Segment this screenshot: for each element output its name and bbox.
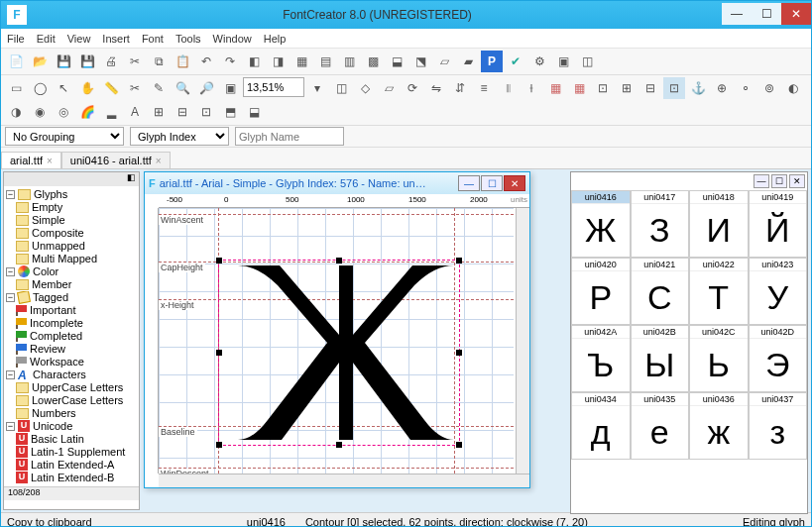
- tree-item[interactable]: Important: [30, 304, 75, 316]
- tree-item[interactable]: Workspace: [30, 356, 84, 368]
- align-icon[interactable]: ⫴: [497, 77, 519, 99]
- fit-icon[interactable]: ▣: [219, 77, 241, 99]
- glyphname-input[interactable]: [235, 127, 344, 146]
- menu-file[interactable]: File: [7, 33, 25, 45]
- scrollbar-vertical[interactable]: [516, 208, 529, 474]
- snap-icon[interactable]: ⊡: [592, 77, 614, 99]
- cut-icon[interactable]: ✂: [124, 51, 146, 72]
- measure-icon[interactable]: 📏: [100, 77, 122, 99]
- glyph-cell[interactable]: uni042DЭ: [749, 325, 808, 392]
- glyph-cell[interactable]: uni042CЬ: [689, 325, 749, 392]
- tool-icon[interactable]: ◉: [29, 101, 51, 123]
- tool-icon[interactable]: ◎: [53, 101, 74, 123]
- tab-glyph[interactable]: uni0416 - arial.ttf×: [61, 152, 171, 168]
- open-icon[interactable]: 📂: [29, 51, 51, 72]
- tree-item[interactable]: Unmapped: [32, 240, 85, 252]
- tool-icon[interactable]: ⬓: [386, 51, 407, 72]
- minimize-button[interactable]: —: [458, 175, 480, 191]
- tool-icon[interactable]: ◐: [782, 77, 804, 99]
- menu-edit[interactable]: Edit: [37, 33, 56, 45]
- copy-icon[interactable]: ⧉: [148, 51, 170, 72]
- close-icon[interactable]: ×: [47, 156, 53, 166]
- glyph-cell[interactable]: uni0420Р: [571, 258, 631, 325]
- tree-item[interactable]: Numbers: [32, 407, 76, 419]
- tree-item[interactable]: Member: [32, 278, 71, 290]
- menu-tools[interactable]: Tools: [175, 33, 201, 45]
- menu-window[interactable]: Window: [213, 33, 252, 45]
- tree-item[interactable]: Composite: [32, 227, 84, 239]
- menu-font[interactable]: Font: [142, 33, 164, 45]
- close-button[interactable]: ✕: [781, 3, 811, 25]
- tree-unicode[interactable]: Unicode: [33, 420, 72, 432]
- tool-icon[interactable]: ⚙: [528, 51, 550, 72]
- select-icon[interactable]: ◫: [330, 77, 352, 99]
- grouping-select[interactable]: No Grouping: [5, 127, 124, 146]
- grid-icon[interactable]: ▦: [544, 77, 566, 99]
- hand-icon[interactable]: ✋: [76, 77, 98, 99]
- ruler-horizontal[interactable]: -500 0 500 1000 1500 2000 units: [159, 194, 529, 208]
- menu-insert[interactable]: Insert: [102, 33, 130, 45]
- tool-icon[interactable]: ▥: [338, 51, 360, 72]
- tool-icon[interactable]: ▦: [290, 51, 312, 72]
- tool-icon[interactable]: ◫: [576, 51, 598, 72]
- glyph-cell[interactable]: uni0423У: [749, 258, 808, 325]
- maximize-button[interactable]: ☐: [752, 3, 781, 25]
- panel-icon[interactable]: ◧: [127, 172, 136, 186]
- flip-v-icon[interactable]: ⇵: [449, 77, 471, 99]
- rect-icon[interactable]: ▭: [5, 77, 27, 99]
- glyph-editor-window[interactable]: F arial.ttf - Arial - Simple - Glyph Ind…: [144, 171, 530, 488]
- tree-item[interactable]: Basic Latin: [31, 433, 84, 445]
- tool-icon[interactable]: ⬔: [409, 51, 431, 72]
- tool-icon[interactable]: ◨: [267, 51, 289, 72]
- tool-icon[interactable]: ⬒: [219, 101, 241, 123]
- glyph-cell[interactable]: uni0417З: [631, 190, 690, 258]
- tool-icon[interactable]: ▩: [362, 51, 384, 72]
- minimize-button[interactable]: —: [722, 3, 752, 25]
- scrollbar-horizontal[interactable]: [159, 474, 529, 487]
- tool-icon[interactable]: A: [124, 101, 146, 123]
- editor-body[interactable]: -500 0 500 1000 1500 2000 units WinAscen…: [145, 194, 529, 487]
- tool-icon[interactable]: ▂: [100, 101, 122, 123]
- zoom-input[interactable]: [243, 77, 304, 97]
- redo-icon[interactable]: ↷: [219, 51, 241, 72]
- tool-icon[interactable]: ▰: [457, 51, 479, 72]
- tool-icon[interactable]: ⊡: [195, 101, 217, 123]
- index-select[interactable]: Glyph Index: [130, 127, 229, 146]
- tree-item[interactable]: Empty: [32, 201, 62, 213]
- check-icon[interactable]: ✔: [505, 51, 526, 72]
- ruler-vertical[interactable]: [145, 208, 159, 474]
- print-icon[interactable]: 🖨: [100, 51, 122, 72]
- tool-icon[interactable]: ⊟: [172, 101, 193, 123]
- tool-icon[interactable]: ⊞: [148, 101, 170, 123]
- editor-titlebar[interactable]: F arial.ttf - Arial - Simple - Glyph Ind…: [145, 172, 529, 194]
- new-icon[interactable]: 📄: [5, 51, 27, 72]
- glyph-cell[interactable]: uni0437з: [749, 392, 808, 460]
- free-icon[interactable]: ◇: [354, 77, 376, 99]
- tool-icon[interactable]: ⚬: [735, 77, 756, 99]
- glyph-cell[interactable]: uni0434д: [571, 392, 631, 460]
- pointer-icon[interactable]: ↖: [53, 77, 74, 99]
- paste-icon[interactable]: 📋: [172, 51, 193, 72]
- tool-icon[interactable]: ◧: [243, 51, 265, 72]
- tab-arial[interactable]: arial.ttf×: [1, 152, 61, 168]
- zoomin-icon[interactable]: 🔍: [172, 77, 193, 99]
- close-button[interactable]: ✕: [504, 175, 525, 191]
- maximize-button[interactable]: ☐: [771, 174, 787, 188]
- snap-icon[interactable]: ⊟: [639, 77, 661, 99]
- flip-h-icon[interactable]: ⇋: [425, 77, 447, 99]
- collapse-icon[interactable]: −: [6, 190, 15, 199]
- snap-icon[interactable]: ⊡: [663, 77, 685, 99]
- anchor-icon[interactable]: ⚓: [687, 77, 709, 99]
- undo-icon[interactable]: ↶: [195, 51, 217, 72]
- tree-item[interactable]: Review: [30, 343, 65, 355]
- save-icon[interactable]: 💾: [53, 51, 74, 72]
- glyph-cell[interactable]: uni0418И: [689, 190, 749, 258]
- glyph-cell[interactable]: uni042BЫ: [631, 325, 690, 392]
- maximize-button[interactable]: ☐: [481, 175, 503, 191]
- chevron-down-icon[interactable]: ▾: [306, 77, 328, 99]
- snap-icon[interactable]: ⊞: [616, 77, 638, 99]
- glyph-cell[interactable]: uni0436ж: [689, 392, 749, 460]
- tool-icon[interactable]: ▤: [314, 51, 336, 72]
- tree-item[interactable]: Incomplete: [30, 317, 83, 329]
- close-icon[interactable]: ×: [156, 156, 162, 166]
